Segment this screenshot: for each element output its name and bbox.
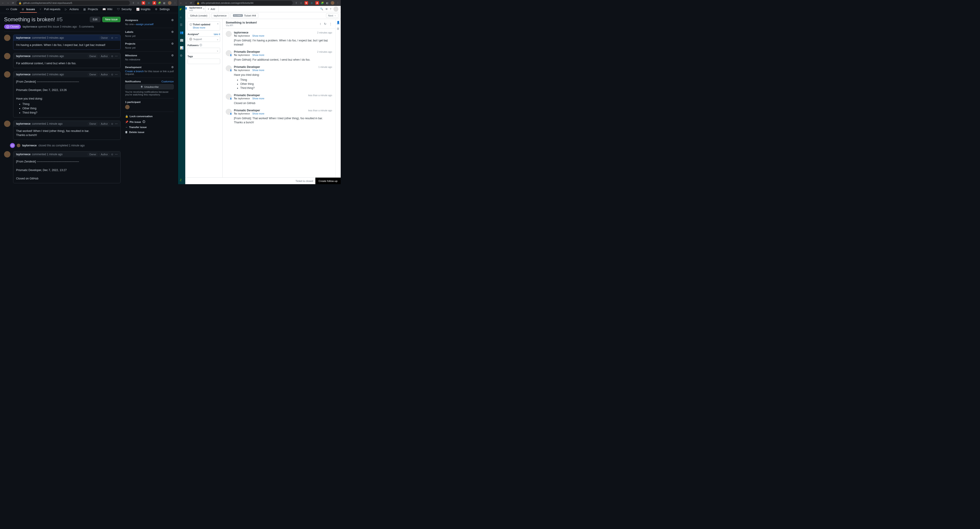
- kebab-icon[interactable]: ⋯: [115, 73, 118, 76]
- show-more-link[interactable]: Show more: [252, 34, 264, 37]
- comment-author-link[interactable]: taylorreece: [16, 153, 30, 156]
- repo-tab-actions[interactable]: ▷Actions: [63, 6, 81, 13]
- new-issue-button[interactable]: New issue: [102, 17, 121, 22]
- kebab-icon[interactable]: ⋮: [329, 22, 332, 25]
- gear-icon[interactable]: ⚙: [171, 19, 174, 22]
- reports-icon[interactable]: 📊: [180, 46, 183, 50]
- show-more-link[interactable]: Show more: [252, 69, 264, 72]
- show-more-link[interactable]: Show more: [252, 97, 264, 100]
- unsubscribe-button[interactable]: Unsubscribe: [125, 84, 174, 89]
- kebab-icon[interactable]: ⋯: [115, 153, 118, 156]
- panel-icon[interactable]: ◧: [163, 2, 166, 5]
- emoji-icon[interactable]: ☺: [111, 122, 114, 125]
- repo-tab-insights[interactable]: 📈Insights: [134, 6, 152, 13]
- close-icon[interactable]: ×: [217, 22, 218, 25]
- add-tab[interactable]: ＋ Add: [205, 6, 218, 12]
- org-icon[interactable]: 🏢: [180, 38, 183, 42]
- transfer-issue-action[interactable]: →Transfer issue: [125, 125, 174, 130]
- repo-tab-issues[interactable]: ⊙Issues: [20, 6, 37, 13]
- share-icon[interactable]: ⇧: [294, 2, 298, 5]
- profile-avatar[interactable]: [331, 1, 334, 5]
- ticket-tab[interactable]: 👤 taylorreece #44 ×: [185, 6, 205, 12]
- zendesk-z-icon[interactable]: Z: [180, 178, 183, 182]
- show-more-link[interactable]: Show more: [252, 54, 264, 56]
- repo-tab-wiki[interactable]: 📖Wiki: [101, 6, 114, 13]
- pin-issue-action[interactable]: 📌Pin issue ⓘ: [125, 119, 174, 125]
- followers-select[interactable]: ⌄: [188, 48, 220, 53]
- comment-author-link[interactable]: taylorreece: [16, 122, 30, 125]
- take-it-link[interactable]: take it: [214, 33, 220, 35]
- profile-avatar[interactable]: [168, 1, 172, 5]
- assignee-select[interactable]: Support⌄: [188, 37, 220, 42]
- emoji-icon[interactable]: ☺: [111, 54, 114, 58]
- ext-3[interactable]: A: [153, 1, 156, 5]
- customers-icon[interactable]: 👥: [180, 31, 183, 34]
- home-icon[interactable]: ⌂: [180, 15, 183, 19]
- zendesk-logo-icon[interactable]: ◤: [180, 8, 183, 11]
- create-followup-button[interactable]: Create follow-up: [315, 178, 341, 184]
- help-icon[interactable]: ?: [330, 8, 331, 10]
- gear-icon[interactable]: ⚙: [171, 30, 174, 33]
- ext-2[interactable]: ✢: [310, 1, 313, 5]
- participant-avatar[interactable]: [125, 105, 130, 109]
- share-icon[interactable]: ⇧: [132, 2, 135, 5]
- apps-grid-icon[interactable]: ⊞: [326, 8, 328, 10]
- comment-avatar[interactable]: [4, 71, 10, 78]
- star-icon[interactable]: ☆: [137, 2, 140, 5]
- url-bar[interactable]: 🔒 d3v-prismatictest.zendesk.com/agent/ti…: [194, 1, 293, 5]
- comment-author-link[interactable]: taylorreece: [16, 73, 30, 76]
- kebab-icon[interactable]: ⋯: [115, 36, 118, 39]
- repo-tab-code[interactable]: <>Code: [4, 6, 19, 13]
- views-icon[interactable]: ☰: [180, 23, 183, 27]
- back-icon[interactable]: ←: [180, 2, 183, 4]
- show-more-link[interactable]: Show more: [193, 26, 205, 29]
- edit-button[interactable]: Edit: [90, 17, 100, 22]
- ext-1[interactable]: N: [142, 1, 145, 5]
- ext-1[interactable]: N: [304, 1, 308, 5]
- lock-conversation-action[interactable]: 🔒Lock conversation: [125, 113, 174, 119]
- kebab-icon[interactable]: ⋯: [115, 54, 118, 58]
- extensions-icon[interactable]: 🧩: [321, 2, 324, 5]
- comment-author-link[interactable]: taylorreece: [16, 36, 30, 39]
- gear-icon[interactable]: ⚙: [171, 54, 174, 57]
- menu-icon[interactable]: ⋮: [336, 2, 339, 5]
- subtab-ticket[interactable]: CLOSED Ticket #44: [231, 13, 259, 18]
- close-icon[interactable]: ×: [203, 8, 205, 10]
- back-icon[interactable]: ←: [2, 2, 5, 4]
- gear-icon[interactable]: ⚙: [171, 65, 174, 69]
- repo-tab-pull-requests[interactable]: ⑂Pull requests: [38, 6, 62, 13]
- comment-avatar[interactable]: [4, 121, 10, 127]
- comment-author-link[interactable]: taylorreece: [16, 54, 30, 58]
- repo-tab-projects[interactable]: ▦Projects: [81, 6, 100, 13]
- history-icon[interactable]: ↻: [324, 22, 326, 25]
- create-branch-link[interactable]: Create a branch: [125, 70, 144, 73]
- user-avatar[interactable]: [334, 6, 339, 11]
- star-icon[interactable]: ☆: [299, 2, 303, 5]
- gear-icon[interactable]: ⚙: [171, 42, 174, 45]
- comment-avatar[interactable]: [4, 35, 10, 41]
- show-more-link[interactable]: Show more: [252, 112, 264, 115]
- ext-2[interactable]: ✢: [147, 1, 151, 5]
- assign-yourself-link[interactable]: assign yourself: [136, 23, 154, 25]
- kebab-icon[interactable]: ⋯: [115, 122, 118, 125]
- user-icon[interactable]: 👤: [336, 21, 340, 24]
- tags-input[interactable]: [188, 59, 220, 64]
- emoji-icon[interactable]: ☺: [111, 153, 114, 156]
- search-icon[interactable]: 🔍: [320, 8, 323, 10]
- apps-icon[interactable]: ⊞: [337, 27, 339, 30]
- customize-link[interactable]: Customize: [162, 80, 174, 83]
- emoji-icon[interactable]: ☺: [111, 36, 114, 39]
- reload-icon[interactable]: ⟳: [11, 2, 14, 5]
- menu-icon[interactable]: ⋮: [173, 2, 177, 5]
- repo-tab-settings[interactable]: ⚙Settings: [153, 6, 172, 13]
- reload-icon[interactable]: ⟳: [189, 2, 192, 5]
- next-button[interactable]: Next →: [326, 13, 339, 18]
- filter-icon[interactable]: ⫶: [320, 22, 321, 25]
- url-bar[interactable]: 🔒 github.com/taylorreece/h2-test-repo/is…: [16, 1, 130, 5]
- subtab-github[interactable]: Github (create): [188, 13, 210, 18]
- repo-tab-security[interactable]: 🛡Security: [115, 6, 134, 13]
- delete-issue-action[interactable]: 🗑Delete issue: [125, 130, 174, 135]
- subtab-user[interactable]: taylorreece: [211, 13, 229, 18]
- panel-icon[interactable]: ◧: [326, 2, 329, 5]
- comment-avatar[interactable]: [4, 53, 10, 59]
